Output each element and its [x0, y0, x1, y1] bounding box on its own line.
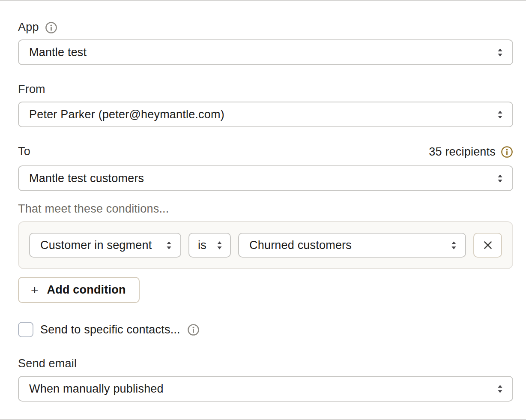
app-info-icon[interactable]: [45, 21, 57, 34]
specific-contacts-info-icon[interactable]: [187, 324, 200, 336]
email-audience-form: App Mantle test From Pe: [0, 0, 526, 420]
to-select[interactable]: Mantle test customers: [18, 165, 513, 191]
app-select-value: Mantle test: [29, 46, 87, 59]
chevron-up-down-icon: [496, 384, 504, 394]
chevron-up-down-icon: [216, 240, 223, 251]
recipients-info-icon[interactable]: [501, 146, 513, 158]
condition-value-select[interactable]: Churned customers: [238, 233, 466, 258]
chevron-up-down-icon: [496, 173, 504, 184]
from-select[interactable]: Peter Parker (peter@heymantle.com): [18, 102, 513, 127]
app-label-row: App: [18, 21, 513, 34]
field-app: App Mantle test: [18, 21, 513, 65]
send-email-label: Send email: [18, 357, 77, 370]
condition-row: Customer in segment is: [29, 233, 502, 258]
from-select-value: Peter Parker (peter@heymantle.com): [29, 108, 224, 121]
condition-box: Customer in segment is: [18, 221, 513, 269]
send-email-select[interactable]: When manually published: [18, 376, 513, 402]
send-email-label-row: Send email: [18, 357, 513, 371]
field-from: From Peter Parker (peter@heymantle.com): [18, 83, 513, 127]
recipients-count: 35 recipients: [429, 145, 496, 159]
chevron-up-down-icon: [496, 109, 504, 120]
field-to: To 35 recipients Mantle test customers: [18, 145, 513, 191]
plus-icon: +: [31, 284, 39, 297]
condition-value: Churned customers: [249, 239, 352, 252]
field-send-email: Send email When manually published: [18, 357, 513, 402]
x-icon: [481, 239, 494, 252]
add-condition-button[interactable]: + Add condition: [18, 277, 140, 303]
chevron-up-down-icon: [496, 47, 504, 58]
app-select[interactable]: Mantle test: [18, 39, 513, 65]
app-label: App: [18, 21, 39, 34]
condition-operator-value: is: [198, 239, 206, 252]
add-condition-label: Add condition: [47, 283, 126, 297]
send-email-select-value: When manually published: [29, 382, 164, 396]
specific-contacts-label[interactable]: Send to specific contacts...: [40, 323, 180, 336]
conditions-label: That meet these conditions...: [18, 202, 169, 216]
condition-field-select[interactable]: Customer in segment: [29, 233, 181, 258]
condition-operator-select[interactable]: is: [188, 233, 231, 258]
specific-contacts-row: Send to specific contacts...: [18, 322, 513, 337]
conditions-section: That meet these conditions... Customer i…: [18, 202, 513, 322]
to-label: To: [18, 145, 30, 158]
specific-contacts-checkbox[interactable]: [18, 322, 33, 337]
to-select-value: Mantle test customers: [29, 172, 144, 185]
chevron-up-down-icon: [165, 240, 173, 251]
conditions-label-row: That meet these conditions...: [18, 202, 513, 216]
chevron-up-down-icon: [450, 240, 457, 251]
recipients-indicator: 35 recipients: [429, 145, 513, 159]
to-label-row: To 35 recipients: [18, 145, 513, 159]
from-label: From: [18, 83, 45, 96]
remove-condition-button[interactable]: [473, 233, 502, 258]
from-label-row: From: [18, 83, 513, 96]
condition-field-value: Customer in segment: [40, 239, 152, 252]
